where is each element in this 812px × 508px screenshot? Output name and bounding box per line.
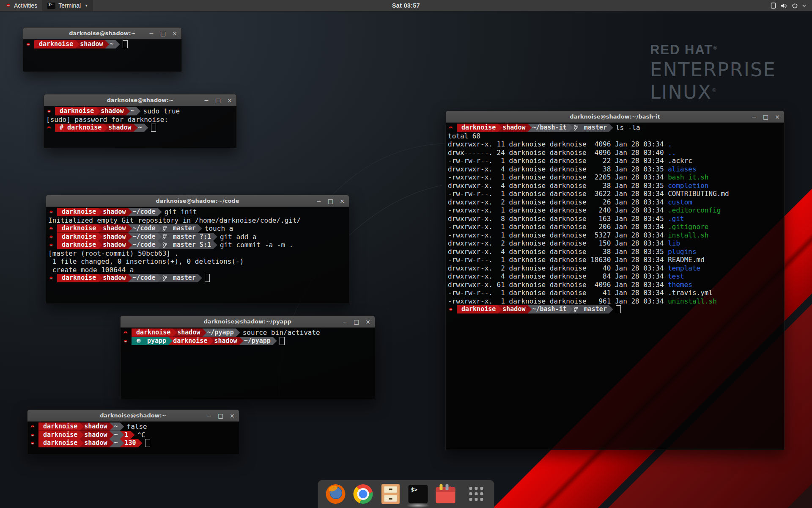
maximize-button[interactable]: □: [354, 319, 359, 325]
close-button[interactable]: ×: [340, 198, 345, 204]
logo-red-hat: RED HAT®: [650, 42, 776, 58]
dock-item-toolbox[interactable]: [436, 484, 456, 504]
output-line: total 68: [448, 132, 782, 141]
window-titlebar[interactable]: darknoise@shadow:~−□×: [44, 94, 236, 106]
terminal-cursor: [205, 274, 210, 282]
app-menu-label: Terminal: [58, 2, 81, 9]
output-text: create mode 100644 a: [48, 266, 134, 274]
redhat-prompt-icon: [48, 276, 57, 280]
minimize-button[interactable]: −: [149, 30, 154, 36]
output-text: total 68: [448, 132, 480, 140]
activities-button[interactable]: Activities: [0, 0, 42, 11]
dock-item-files[interactable]: [381, 484, 401, 504]
power-icon[interactable]: [792, 3, 798, 9]
window-title: darknoise@shadow:~/pyapp: [204, 318, 291, 325]
prompt-segment-user: darknoise: [57, 224, 102, 233]
output-line: -rwxrwxr-x. 1 darknoise darknoise 5327 J…: [448, 231, 782, 240]
clock[interactable]: Sat 03:57: [392, 2, 420, 9]
window-title: darknoise@shadow:~: [107, 97, 173, 103]
firefox-icon: [326, 484, 346, 504]
terminal-body[interactable]: darknoiseshadow~sudo true[sudo] password…: [44, 106, 236, 148]
grid-dot: [469, 487, 472, 490]
window-titlebar[interactable]: darknoise@shadow:~−□×: [27, 410, 239, 422]
window-titlebar[interactable]: darknoise@shadow:~−□×: [23, 28, 181, 39]
filename-dir: custom: [668, 198, 692, 206]
filename-dir: .git: [668, 215, 684, 223]
redhat-prompt-icon: [48, 243, 57, 247]
git-branch-icon: [162, 275, 170, 281]
close-button[interactable]: ×: [227, 97, 232, 103]
filename-exec: install.sh: [668, 231, 708, 239]
window-title: darknoise@shadow:~: [100, 412, 166, 419]
minimize-button[interactable]: −: [342, 319, 347, 325]
window-titlebar[interactable]: darknoise@shadow:~/bash-it−□×: [446, 111, 784, 123]
dock-item-app-grid[interactable]: [466, 484, 487, 504]
prompt-segment-path: ~/code: [128, 241, 162, 249]
close-button[interactable]: ×: [230, 413, 235, 419]
volume-icon[interactable]: [780, 3, 787, 9]
prompt-line: darknoiseshadow~sudo true: [46, 107, 234, 116]
minimize-button[interactable]: −: [752, 114, 757, 120]
system-status-area[interactable]: [768, 0, 809, 11]
output-text: drwxrwxr-x. 4 darknoise darknoise 38 Jan…: [448, 248, 668, 256]
terminal-body[interactable]: darknoiseshadow~: [23, 39, 181, 72]
output-line: -rw-rw-r--. 1 darknoise darknoise 41 Jan…: [448, 289, 782, 297]
filename-exec: bash_it.sh: [668, 173, 708, 181]
prompt-line: darknoiseshadow~/bash-itmaster: [448, 305, 782, 314]
close-button[interactable]: ×: [775, 114, 780, 120]
output-line: drwx------. 24 darknoise darknoise 4096 …: [448, 149, 782, 157]
prompt-segment-path: ~/pyapp: [202, 329, 240, 337]
dock-item-chrome[interactable]: [353, 484, 373, 504]
output-text: drwxrwxr-x. 4 darknoise darknoise 84 Jan…: [448, 272, 668, 280]
dock-item-terminal[interactable]: $>: [408, 484, 428, 504]
filename-exec: .gitignore: [668, 223, 708, 231]
window-titlebar[interactable]: darknoise@shadow:~/code−□×: [46, 195, 349, 207]
output-line: [sudo] password for darknoise:: [46, 116, 234, 124]
prompt-segment-path: ~/code: [128, 224, 162, 233]
prompt-segment-path: ~/bash-it: [527, 124, 573, 132]
output-text: -rwxrwxr-x. 1 darknoise darknoise 206 Ja…: [448, 223, 668, 231]
dock: $>: [318, 480, 494, 508]
minimize-button[interactable]: −: [206, 413, 211, 419]
battery-icon[interactable]: [771, 2, 776, 9]
terminal-body[interactable]: darknoiseshadow~/bash-itmasterls -latota…: [446, 123, 784, 450]
redhat-prompt-icon: [48, 210, 57, 214]
terminal-body[interactable]: darknoiseshadow~falsedarknoiseshadow~1^C…: [27, 422, 239, 454]
prompt-segment-user: darknoise: [57, 241, 102, 249]
redhat-prompt-icon: [25, 42, 34, 47]
output-line: drwxrwxr-x. 4 darknoise darknoise 38 Jan…: [448, 165, 782, 174]
output-line: drwxrwxr-x. 61 darknoise darknoise 4096 …: [448, 281, 782, 289]
prompt-segment-user: # darknoise: [55, 124, 108, 132]
prompt-line: darknoiseshadow~/codemastertouch a: [48, 224, 347, 233]
chevron-down-icon[interactable]: [802, 4, 806, 7]
terminal-body[interactable]: darknoiseshadow~/codegit initInitialized…: [46, 207, 349, 304]
terminal-body[interactable]: darknoiseshadow~/pyappsource bin/activat…: [121, 328, 375, 399]
app-menu-terminal[interactable]: $> Terminal ▼: [42, 0, 93, 11]
output-text: -rw-rw-r--. 1 darknoise darknoise 41 Jan…: [448, 289, 713, 297]
output-text: drwxrwxr-x. 8 darknoise darknoise 163 Ja…: [448, 215, 668, 223]
output-text: 1 file changed, 0 insertions(+), 0 delet…: [48, 257, 244, 265]
files-icon: [381, 484, 400, 504]
close-button[interactable]: ×: [365, 319, 370, 325]
maximize-button[interactable]: □: [328, 198, 333, 204]
maximize-button[interactable]: □: [218, 413, 223, 419]
prompt-segment-user: darknoise: [457, 124, 502, 132]
minimize-button[interactable]: −: [204, 97, 209, 103]
filename-dir: themes: [668, 281, 692, 289]
output-text: -rw-rw-r--. 1 darknoise darknoise 22 Jan…: [448, 157, 692, 165]
output-text: [sudo] password for darknoise:: [46, 116, 173, 124]
prompt-segment-branch: master: [158, 224, 202, 233]
minimize-button[interactable]: −: [316, 198, 321, 204]
output-text: drwxrwxr-x. 4 darknoise darknoise 38 Jan…: [448, 182, 668, 190]
maximize-button[interactable]: □: [160, 30, 166, 36]
window-titlebar[interactable]: darknoise@shadow:~/pyapp−□×: [121, 316, 375, 328]
filename-dir: test: [668, 272, 684, 280]
redhat-prompt-icon: [30, 433, 38, 437]
prompt-line: darknoiseshadow~/codegit init: [48, 208, 347, 216]
maximize-button[interactable]: □: [215, 97, 221, 103]
close-button[interactable]: ×: [172, 30, 177, 36]
redhat-prompt-icon: [123, 339, 132, 343]
maximize-button[interactable]: □: [763, 114, 768, 120]
output-line: 1 file changed, 0 insertions(+), 0 delet…: [48, 257, 347, 266]
dock-item-firefox[interactable]: [326, 484, 346, 504]
